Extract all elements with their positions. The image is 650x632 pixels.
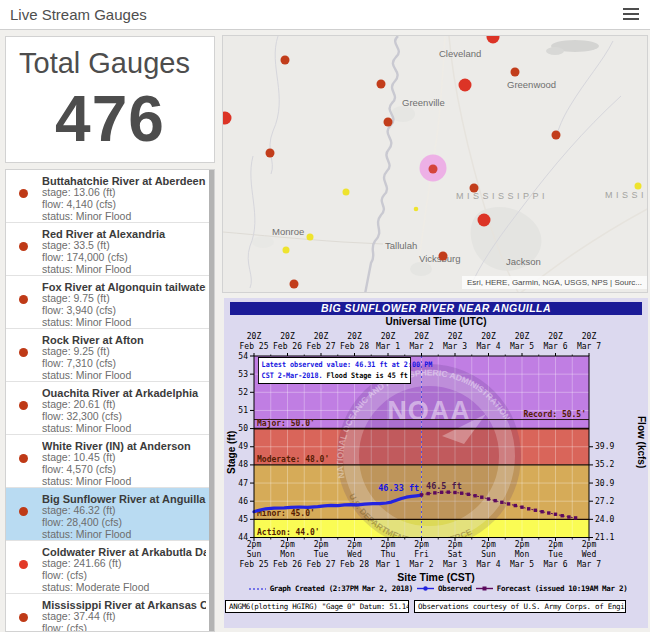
gauge-map-marker[interactable]: [290, 280, 299, 289]
flood-status-dot: [19, 454, 28, 463]
hydrograph-panel: NOAANATIONAL OCEANIC AND ATMOSPHERIC ADM…: [224, 298, 648, 628]
gauge-list-item[interactable]: Red River at Alexandriastage: 33.5 (ft)f…: [6, 223, 214, 276]
gauge-map-marker[interactable]: [459, 79, 472, 92]
flood-status-dot: [19, 348, 28, 357]
gauge-map-marker[interactable]: [511, 68, 520, 77]
flood-category-label: Action: 44.0': [257, 527, 320, 537]
svg-text:Mar 3: Mar 3: [443, 342, 467, 351]
gauge-map-marker[interactable]: [552, 131, 561, 140]
gauge-list-item[interactable]: Coldwater River at Arkabutla Damstage: 2…: [6, 541, 214, 594]
chart-datum-note: ANGM6(plotting HGIRG) "Gage 0" Datum: 51…: [225, 600, 409, 613]
gauge-map-marker[interactable]: [283, 247, 290, 254]
city-label: Greenwood: [507, 79, 556, 90]
svg-text:2pm: 2pm: [481, 540, 496, 549]
gauge-map-marker[interactable]: [439, 252, 448, 261]
svg-text:Feb 28: Feb 28: [340, 560, 369, 569]
svg-text:Mar 4: Mar 4: [476, 342, 500, 351]
hamburger-menu-icon[interactable]: [623, 8, 639, 22]
svg-text:20Z: 20Z: [515, 332, 530, 341]
svg-text:Feb 26: Feb 26: [273, 342, 302, 351]
flood-category-label: Major: 50.0': [257, 418, 315, 428]
city-label: Tallulah: [385, 240, 417, 251]
svg-text:50: 50: [238, 424, 248, 433]
gauge-list-item[interactable]: Buttahatchie River at Aberdeenstage: 13.…: [6, 170, 214, 223]
svg-text:20Z: 20Z: [247, 332, 262, 341]
data-point-label: 46.5 ft: [426, 481, 462, 491]
gauge-flow: flow: (cfs): [42, 623, 206, 632]
svg-text:30.9: 30.9: [595, 479, 614, 488]
svg-text:Wed: Wed: [582, 550, 597, 559]
svg-text:54: 54: [238, 352, 248, 361]
svg-text:35.2: 35.2: [595, 460, 614, 469]
legend-created-label: Graph Created (2:37PM Mar 2, 2018): [270, 584, 413, 593]
gauge-list-item[interactable]: Fox River at Algonquin tailwaterstage: 9…: [6, 276, 214, 329]
svg-text:Mar 6: Mar 6: [543, 560, 567, 569]
map-attribution: Esri, HERE, Garmin, NGA, USGS, NPS | Sou…: [462, 276, 647, 289]
gauge-map-marker[interactable]: [377, 80, 386, 89]
flood-status-dot: [19, 507, 28, 516]
svg-text:Feb 26: Feb 26: [273, 560, 302, 569]
svg-text:Tue: Tue: [314, 550, 329, 559]
gauge-map-marker[interactable]: [281, 56, 290, 65]
annotation-flood-stage: Flood Stage is 45 ft: [323, 371, 408, 380]
gauge-status: status: Minor Flood: [42, 317, 206, 329]
gauge-map-marker[interactable]: [223, 112, 232, 125]
gauge-map-marker[interactable]: [470, 184, 479, 193]
svg-text:Mar 2: Mar 2: [409, 342, 433, 351]
gauge-status: status: Minor Flood: [42, 529, 206, 541]
annotation-line2-date: CST 2-Mar-2018.: [262, 371, 323, 380]
gauge-list: Buttahatchie River at Aberdeenstage: 13.…: [5, 169, 215, 632]
svg-text:20Z: 20Z: [314, 332, 329, 341]
svg-text:2pm: 2pm: [548, 540, 563, 549]
svg-text:Mar 1: Mar 1: [376, 560, 400, 569]
selected-gauge-marker[interactable]: [429, 165, 438, 174]
svg-text:20Z: 20Z: [548, 332, 563, 341]
data-point-label: 46.33 ft: [378, 483, 419, 493]
svg-text:Feb 28: Feb 28: [340, 342, 369, 351]
svg-text:2pm: 2pm: [280, 540, 295, 549]
svg-text:2pm: 2pm: [347, 540, 362, 549]
svg-text:2pm: 2pm: [414, 540, 429, 549]
map-canvas[interactable]: MISSISSIPPIMISSISSClevelandGreenwoodGree…: [223, 36, 648, 293]
svg-text:47: 47: [238, 479, 248, 488]
gauge-flow: flow: 32,300 (cfs): [42, 411, 206, 423]
svg-text:Sat: Sat: [448, 550, 463, 559]
chart-title: BIG SUNFLOWER RIVER NEAR ANGUILLA: [230, 302, 642, 315]
gauge-map-marker[interactable]: [384, 118, 393, 127]
svg-text:Feb 25: Feb 25: [240, 560, 269, 569]
map-panel[interactable]: MISSISSIPPIMISSISSClevelandGreenwoodGree…: [222, 35, 648, 293]
gauge-map-marker[interactable]: [414, 207, 419, 212]
svg-text:20Z: 20Z: [280, 332, 295, 341]
gauge-flow: flow: 7,310 (cfs): [42, 358, 206, 370]
gauge-map-marker[interactable]: [635, 183, 642, 190]
gauge-map-marker[interactable]: [478, 214, 491, 227]
svg-text:20Z: 20Z: [381, 332, 396, 341]
gauge-map-marker[interactable]: [307, 234, 314, 241]
svg-text:20Z: 20Z: [414, 332, 429, 341]
total-gauges-card: Total Gauges 476: [5, 36, 215, 163]
list-scrollbar[interactable]: [209, 170, 214, 631]
total-gauges-count: 476: [6, 82, 214, 156]
svg-text:53: 53: [238, 370, 248, 379]
svg-text:Thu: Thu: [381, 550, 396, 559]
total-gauges-label: Total Gauges: [6, 37, 214, 80]
svg-text:Sun: Sun: [481, 550, 496, 559]
gauge-map-marker[interactable]: [487, 36, 500, 44]
gauge-list-item[interactable]: Rock River at Aftonstage: 9.25 (ft)flow:…: [6, 329, 214, 382]
svg-text:27.2: 27.2: [595, 497, 614, 506]
svg-text:20Z: 20Z: [448, 332, 463, 341]
flood-status-dot: [19, 613, 28, 622]
gauge-list-item[interactable]: White River (IN) at Andersonstage: 10.45…: [6, 435, 214, 488]
svg-text:45: 45: [238, 515, 248, 524]
gauge-list-item[interactable]: Big Sunflower River at Anguillastage: 46…: [6, 488, 214, 541]
svg-text:2pm: 2pm: [247, 540, 262, 549]
gauge-list-item[interactable]: Mississippi River at Arkansas Citystage:…: [6, 594, 214, 632]
gauge-map-marker[interactable]: [266, 149, 275, 158]
gauge-list-item[interactable]: Ouachita River at Arkadelphiastage: 20.6…: [6, 382, 214, 435]
gauge-map-marker[interactable]: [343, 189, 350, 196]
svg-text:Mar 5: Mar 5: [510, 560, 534, 569]
gauge-status: status: Minor Flood: [42, 211, 206, 223]
svg-text:2pm: 2pm: [582, 540, 597, 549]
svg-text:49: 49: [238, 442, 248, 451]
chart-legend: Graph Created (2:37PM Mar 2, 2018) Obser…: [224, 584, 648, 593]
